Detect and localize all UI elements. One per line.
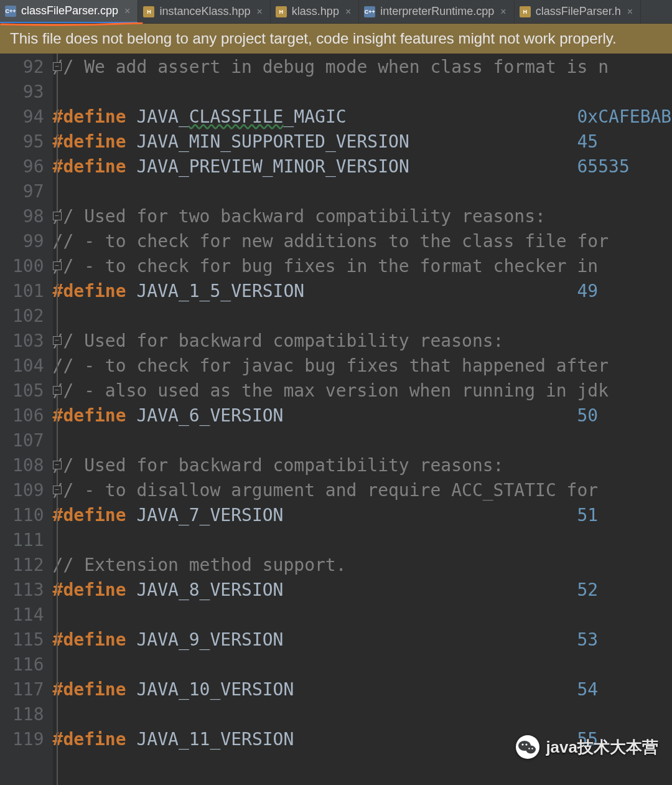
code-line[interactable] [53,80,672,105]
line-number: 93 [12,80,44,105]
define-keyword: #define [53,156,126,177]
tab-instanceklass-hpp[interactable]: HinstanceKlass.hpp× [138,0,270,23]
comment-text: // - to disallow argument and require AC… [53,480,609,501]
comment-text: // Used for backward compatibility reaso… [53,331,504,351]
comment-text: // - to check for new additions to the c… [53,231,609,251]
fold-collapse-icon[interactable]: − [53,336,62,345]
line-number: 104 [12,354,44,378]
fold-end-icon[interactable]: − [53,261,62,270]
cpp-file-icon: C++ [5,6,16,17]
code-area[interactable]: // We add assert in debug mode when clas… [53,54,672,785]
line-number: 115 [12,628,44,652]
comment-text: // Used for two backward compatibility r… [53,206,546,227]
macro-value: 45 [577,131,598,152]
close-icon[interactable]: × [123,6,131,17]
fold-end-icon[interactable]: − [53,386,62,395]
code-line[interactable]: // Used for two backward compatibility r… [53,204,672,229]
code-line[interactable]: // Extension method support. [53,553,672,578]
fold-end-icon[interactable]: − [53,62,62,71]
close-icon[interactable]: × [344,6,352,17]
code-line[interactable]: // - also used as the max version when r… [53,378,672,403]
define-keyword: #define [53,281,126,301]
line-number-gutter: 9293949596979899100101102103104105106107… [0,54,53,785]
code-line[interactable]: // Used for backward compatibility reaso… [53,329,672,354]
close-icon[interactable]: × [256,6,264,17]
code-line[interactable]: // Used for backward compatibility reaso… [53,453,672,478]
code-line[interactable]: // - to check for new additions to the c… [53,229,672,254]
macro-name: JAVA_10_VERSION [136,679,577,700]
line-number: 119 [12,727,44,752]
code-line[interactable]: #define JAVA_CLASSFILE_MAGIC 0xCAFEBABE [53,105,672,129]
tab-classfileparser-cpp[interactable]: C++classFileParser.cpp× [0,0,138,24]
define-keyword: #define [53,629,126,650]
macro-value: 52 [577,580,598,600]
code-line[interactable]: #define JAVA_MIN_SUPPORTED_VERSION 45 [53,129,672,154]
define-keyword: #define [53,580,126,600]
line-number: 111 [12,528,44,553]
header-file-icon: H [520,6,531,17]
macro-name: JAVA_8_VERSION [136,580,577,600]
code-line[interactable] [53,702,672,727]
line-number: 94 [12,105,44,129]
macro-value: 49 [577,281,598,301]
code-line[interactable]: #define JAVA_9_VERSION 53 [53,628,672,652]
comment-text: // - to check for bug fixes in the forma… [53,256,609,276]
code-line[interactable]: #define JAVA_1_5_VERSION 49 [53,279,672,304]
line-number: 92 [12,55,44,80]
fold-collapse-icon[interactable]: − [53,212,62,220]
code-line[interactable]: #define JAVA_10_VERSION 54 [53,677,672,702]
line-number: 96 [12,154,44,179]
macro-value: 54 [577,679,598,700]
tab-label: interpreterRuntime.cpp [380,5,494,18]
cpp-file-icon: C++ [364,6,375,17]
macro-value: 50 [577,405,598,426]
code-line[interactable]: #define JAVA_PREVIEW_MINOR_VERSION 65535 [53,154,672,179]
macro-name: JAVA_9_VERSION [136,629,577,650]
code-editor[interactable]: 9293949596979899100101102103104105106107… [0,54,672,785]
spellcheck-underline: CLASSFILE [189,106,284,127]
code-line[interactable]: // We add assert in debug mode when clas… [53,55,672,80]
tab-interpreterruntime-cpp[interactable]: C++interpreterRuntime.cpp× [359,0,514,23]
comment-text: // - to check for javac bug fixes that h… [53,355,609,376]
code-line[interactable]: #define JAVA_7_VERSION 51 [53,503,672,528]
macro-name: JAVA_PREVIEW_MINOR_VERSION [136,156,577,177]
code-line[interactable] [53,652,672,677]
line-number: 113 [12,578,44,603]
define-keyword: #define [53,405,126,426]
code-line[interactable] [53,528,672,553]
close-icon[interactable]: × [499,6,507,17]
line-number: 106 [12,403,44,428]
comment-text: // Extension method support. [53,555,347,575]
tab-classfileparser-h[interactable]: HclassFileParser.h× [515,0,641,23]
code-line[interactable] [53,179,672,204]
code-line[interactable] [53,304,672,329]
macro-value: 51 [577,505,598,525]
line-number: 110 [12,503,44,528]
code-line[interactable] [53,603,672,628]
line-number: 101 [12,279,44,304]
macro-value: 53 [577,629,598,650]
line-number: 98 [12,204,44,229]
code-line[interactable]: // - to check for bug fixes in the forma… [53,254,672,279]
fold-collapse-icon[interactable]: − [53,461,62,469]
macro-name: JAVA_1_5_VERSION [136,281,577,301]
code-line[interactable]: #define JAVA_6_VERSION 50 [53,403,672,428]
fold-end-icon[interactable]: − [53,486,62,494]
code-line[interactable]: #define JAVA_11_VERSION 55 [53,727,672,752]
line-number: 100 [12,254,44,279]
macro-name: JAVA_11_VERSION [136,729,577,750]
fold-guide-line [57,54,58,785]
line-number: 108 [12,453,44,478]
header-file-icon: H [143,6,154,17]
code-line[interactable] [53,428,672,453]
line-number: 116 [12,652,44,677]
tab-label: classFileParser.cpp [21,4,118,17]
line-number: 105 [12,378,44,403]
macro-value: 0xCAFEBABE [577,106,673,127]
code-line[interactable]: // - to check for javac bug fixes that h… [53,354,672,378]
tab-klass-hpp[interactable]: Hklass.hpp× [271,0,359,23]
code-line[interactable]: #define JAVA_8_VERSION 52 [53,578,672,603]
close-icon[interactable]: × [626,6,634,17]
code-line[interactable]: // - to disallow argument and require AC… [53,478,672,503]
tab-label: klass.hpp [292,5,339,18]
